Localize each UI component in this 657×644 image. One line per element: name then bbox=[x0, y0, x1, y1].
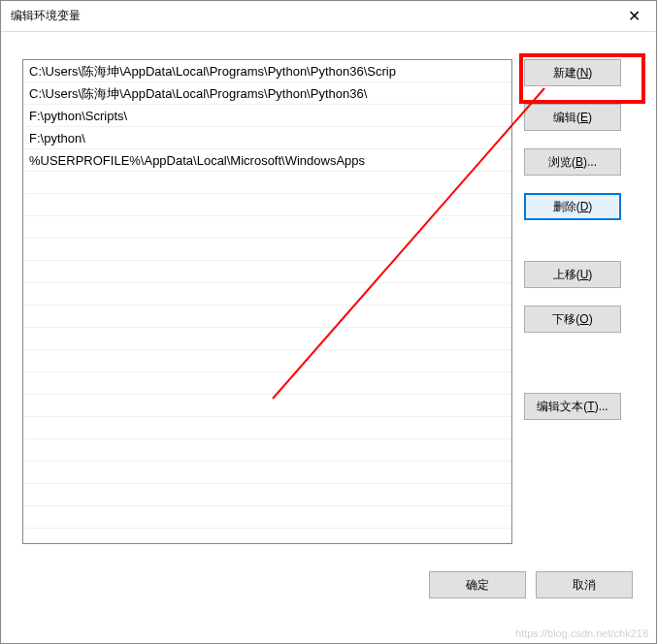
side-button-column: 新建(N) 编辑(E) 浏览(B)... 删除(D) 上移(U) 下移(O) bbox=[524, 59, 621, 544]
empty-row bbox=[23, 395, 511, 417]
empty-row bbox=[23, 306, 511, 328]
window-title: 编辑环境变量 bbox=[11, 8, 81, 24]
titlebar: 编辑环境变量 ✕ bbox=[1, 1, 656, 32]
dialog-buttons: 确定 取消 bbox=[22, 571, 635, 598]
empty-row bbox=[23, 283, 511, 306]
empty-row bbox=[23, 194, 511, 216]
cancel-button[interactable]: 取消 bbox=[536, 571, 633, 598]
empty-row bbox=[23, 239, 511, 261]
list-item[interactable]: F:\python\ bbox=[23, 127, 511, 149]
empty-row bbox=[23, 417, 511, 439]
delete-button[interactable]: 删除(D) bbox=[524, 193, 621, 220]
close-icon: ✕ bbox=[628, 7, 641, 25]
move-up-button[interactable]: 上移(U) bbox=[524, 261, 621, 288]
empty-row bbox=[23, 484, 511, 506]
dialog-content: C:\Users\陈海坤\AppData\Local\Programs\Pyth… bbox=[1, 32, 656, 618]
empty-row bbox=[23, 372, 511, 395]
list-item[interactable]: F:\python\Scripts\ bbox=[23, 105, 511, 127]
empty-row bbox=[23, 216, 511, 239]
close-button[interactable]: ✕ bbox=[612, 1, 656, 32]
empty-row bbox=[23, 172, 511, 194]
edit-text-button[interactable]: 编辑文本(T)... bbox=[524, 393, 621, 420]
empty-row bbox=[23, 439, 511, 462]
browse-button[interactable]: 浏览(B)... bbox=[524, 148, 621, 176]
empty-row bbox=[23, 328, 511, 350]
ok-button[interactable]: 确定 bbox=[429, 571, 526, 598]
empty-row bbox=[23, 506, 511, 529]
edit-button[interactable]: 编辑(E) bbox=[524, 104, 621, 131]
watermark: https://blog.csdn.net/chk218 bbox=[515, 628, 648, 639]
empty-row bbox=[23, 350, 511, 372]
move-down-button[interactable]: 下移(O) bbox=[524, 306, 621, 333]
list-item[interactable]: C:\Users\陈海坤\AppData\Local\Programs\Pyth… bbox=[23, 60, 511, 82]
new-button[interactable]: 新建(N) bbox=[524, 59, 621, 86]
empty-row bbox=[23, 462, 511, 484]
empty-row bbox=[23, 261, 511, 283]
list-item[interactable]: C:\Users\陈海坤\AppData\Local\Programs\Pyth… bbox=[23, 82, 511, 105]
list-item[interactable]: %USERPROFILE%\AppData\Local\Microsoft\Wi… bbox=[23, 149, 511, 172]
path-listbox[interactable]: C:\Users\陈海坤\AppData\Local\Programs\Pyth… bbox=[22, 59, 512, 544]
